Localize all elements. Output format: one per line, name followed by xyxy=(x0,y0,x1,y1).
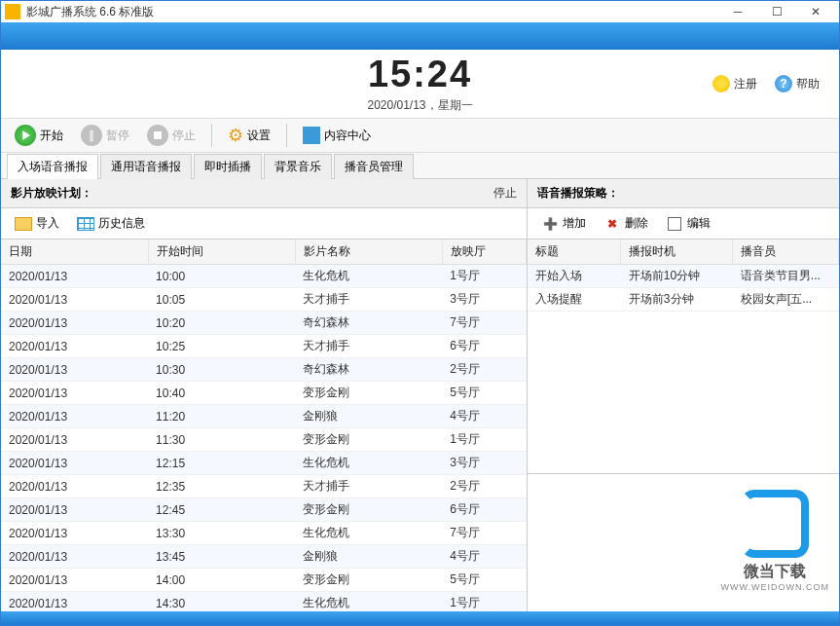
edit-button[interactable]: 编辑 xyxy=(660,213,716,234)
table-cell: 14:00 xyxy=(148,569,295,592)
schedule-table-wrap[interactable]: 日期 开始时间 影片名称 放映厅 2020/01/1310:00生化危机1号厅2… xyxy=(1,239,527,611)
tab-announcer[interactable]: 播音员管理 xyxy=(334,154,414,179)
table-cell: 2020/01/13 xyxy=(1,288,148,312)
table-cell: 金刚狼 xyxy=(295,405,442,428)
folder-icon xyxy=(15,216,32,232)
col-announcer[interactable]: 播音员 xyxy=(733,239,839,265)
table-cell: 天才捕手 xyxy=(295,335,442,358)
pause-button[interactable]: 暂停 xyxy=(75,123,135,148)
table-cell: 2020/01/13 xyxy=(1,312,148,335)
clock-time: 15:24 xyxy=(367,54,472,95)
help-link[interactable]: ? 帮助 xyxy=(775,75,820,92)
table-row[interactable]: 2020/01/1310:20奇幻森林7号厅 xyxy=(1,312,527,335)
table-cell: 2020/01/13 xyxy=(1,522,148,545)
table-cell: 金刚狼 xyxy=(295,545,442,569)
content-button[interactable]: 内容中心 xyxy=(297,125,377,146)
table-row[interactable]: 2020/01/1310:00生化危机1号厅 xyxy=(1,265,527,288)
schedule-stop-link[interactable]: 停止 xyxy=(493,185,517,202)
col-start-time[interactable]: 开始时间 xyxy=(148,239,295,265)
table-cell: 6号厅 xyxy=(442,335,526,358)
table-row[interactable]: 2020/01/1312:15生化危机3号厅 xyxy=(1,452,527,475)
strategy-title: 语音播报策略： xyxy=(537,185,619,202)
tab-general-voice[interactable]: 通用语音播报 xyxy=(100,154,192,179)
settings-button[interactable]: ⚙ 设置 xyxy=(222,123,276,148)
table-cell: 1号厅 xyxy=(442,265,526,288)
table-cell: 10:30 xyxy=(148,358,295,382)
app-icon xyxy=(5,4,20,19)
table-row[interactable]: 2020/01/1310:25天才捕手6号厅 xyxy=(1,335,527,358)
import-button[interactable]: 导入 xyxy=(9,213,65,234)
table-cell: 1号厅 xyxy=(442,592,526,612)
table-cell: 14:30 xyxy=(148,592,295,612)
table-row[interactable]: 2020/01/1312:35天才捕手2号厅 xyxy=(1,475,527,498)
table-cell: 12:15 xyxy=(148,452,295,475)
table-cell: 校园女声[五... xyxy=(733,288,839,312)
clock-area: 15:24 2020/01/13，星期一 注册 ? 帮助 xyxy=(1,50,839,118)
col-movie[interactable]: 影片名称 xyxy=(295,239,442,265)
table-row[interactable]: 开始入场开场前10分钟语音类节目男... xyxy=(528,265,839,288)
main-toolbar: 开始 暂停 停止 ⚙ 设置 内容中心 xyxy=(1,118,839,153)
table-cell: 10:00 xyxy=(148,265,295,288)
table-cell: 生化危机 xyxy=(295,592,442,612)
table-cell: 10:25 xyxy=(148,335,295,358)
table-cell: 2020/01/13 xyxy=(1,428,148,452)
table-cell: 12:35 xyxy=(148,475,295,498)
table-row[interactable]: 2020/01/1313:30生化危机7号厅 xyxy=(1,522,527,545)
stop-button[interactable]: 停止 xyxy=(141,123,201,148)
pause-icon xyxy=(81,125,102,146)
import-label: 导入 xyxy=(36,215,59,232)
table-cell: 2020/01/13 xyxy=(1,358,148,382)
close-button[interactable]: ✕ xyxy=(796,1,835,22)
register-link[interactable]: 注册 xyxy=(712,75,757,92)
table-row[interactable]: 2020/01/1310:40变形金刚5号厅 xyxy=(1,382,527,405)
delete-button[interactable]: ✖ 删除 xyxy=(598,213,654,234)
stop-label: 停止 xyxy=(172,128,196,144)
table-row[interactable]: 入场提醒开场前3分钟校园女声[五... xyxy=(528,288,839,312)
table-row[interactable]: 2020/01/1310:30奇幻森林2号厅 xyxy=(1,358,527,382)
table-cell: 2020/01/13 xyxy=(1,545,148,569)
table-row[interactable]: 2020/01/1313:45金刚狼4号厅 xyxy=(1,545,527,569)
titlebar: 影城广播系统 6.6 标准版 ─ ☐ ✕ xyxy=(1,1,839,22)
table-row[interactable]: 2020/01/1312:45变形金刚6号厅 xyxy=(1,498,527,522)
col-hall[interactable]: 放映厅 xyxy=(442,239,526,265)
strategy-table-wrap[interactable]: 标题 播报时机 播音员 开始入场开场前10分钟语音类节目男...入场提醒开场前3… xyxy=(528,239,839,473)
tab-instant[interactable]: 即时插播 xyxy=(194,154,262,179)
window-title: 影城广播系统 6.6 标准版 xyxy=(26,4,718,20)
table-cell: 6号厅 xyxy=(442,498,526,522)
table-cell: 2号厅 xyxy=(442,475,526,498)
table-cell: 5号厅 xyxy=(442,569,526,592)
tab-entry-voice[interactable]: 入场语音播报 xyxy=(7,154,98,179)
strategy-table: 标题 播报时机 播音员 开始入场开场前10分钟语音类节目男...入场提醒开场前3… xyxy=(528,239,839,312)
table-cell: 11:30 xyxy=(148,428,295,452)
start-button[interactable]: 开始 xyxy=(9,123,69,148)
table-cell: 变形金刚 xyxy=(295,569,442,592)
table-cell: 1号厅 xyxy=(442,428,526,452)
table-cell: 天才捕手 xyxy=(295,288,442,312)
table-row[interactable]: 2020/01/1314:00变形金刚5号厅 xyxy=(1,569,527,592)
table-cell: 2020/01/13 xyxy=(1,569,148,592)
table-row[interactable]: 2020/01/1310:05天才捕手3号厅 xyxy=(1,288,527,312)
col-title[interactable]: 标题 xyxy=(528,239,621,265)
table-row[interactable]: 2020/01/1311:30变形金刚1号厅 xyxy=(1,428,527,452)
tab-bgm[interactable]: 背景音乐 xyxy=(264,154,332,179)
edit-icon xyxy=(666,216,683,232)
col-date[interactable]: 日期 xyxy=(1,239,148,265)
table-row[interactable]: 2020/01/1311:20金刚狼4号厅 xyxy=(1,405,527,428)
help-label: 帮助 xyxy=(796,76,820,92)
table-cell: 变形金刚 xyxy=(295,498,442,522)
settings-label: 设置 xyxy=(247,128,271,144)
table-row[interactable]: 2020/01/1314:30生化危机1号厅 xyxy=(1,592,527,612)
smile-icon xyxy=(712,75,730,92)
table-cell: 10:40 xyxy=(148,382,295,405)
add-label: 增加 xyxy=(563,215,586,232)
minimize-button[interactable]: ─ xyxy=(718,1,757,22)
add-button[interactable]: ➕ 增加 xyxy=(535,213,592,234)
table-cell: 7号厅 xyxy=(442,522,526,545)
table-cell: 开始入场 xyxy=(528,265,621,288)
col-timing[interactable]: 播报时机 xyxy=(621,239,733,265)
maximize-button[interactable]: ☐ xyxy=(757,1,796,22)
stop-icon xyxy=(147,125,168,146)
history-button[interactable]: 历史信息 xyxy=(71,213,151,234)
header-bar xyxy=(1,22,839,50)
schedule-table: 日期 开始时间 影片名称 放映厅 2020/01/1310:00生化危机1号厅2… xyxy=(1,239,527,611)
